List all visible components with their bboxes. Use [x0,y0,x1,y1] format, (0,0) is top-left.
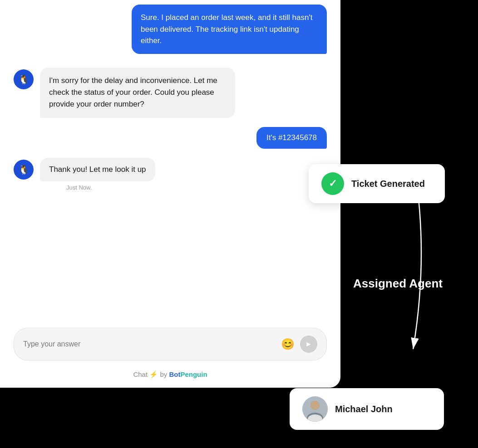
bot-avatar: 🐧 [14,69,34,89]
checkmark-icon: ✓ [329,178,337,190]
chat-footer: Chat ⚡ by BotPenguin [0,370,340,379]
brand-teal: Penguin [180,370,207,378]
chat-input-area: 😊 ► [14,328,327,360]
emoji-button[interactable]: 😊 [281,338,295,351]
send-button[interactable]: ► [300,336,317,353]
user-message-order-number: It's #12345678 [256,127,327,149]
chat-input[interactable] [23,340,276,348]
user-message-order-complaint: Sure. I placed an order last week, and i… [132,5,327,54]
ticket-label: Ticket Generated [351,179,425,189]
brand-blue: Bot [169,370,180,378]
bot-avatar-2: 🐧 [14,160,34,180]
bot-logo-icon: 🐧 [18,74,30,85]
ticket-generated-card: ✓ Ticket Generated [309,164,445,203]
bot-message-apology-row: 🐧 I'm sorry for the delay and inconvenie… [14,68,327,118]
chat-input-box: 😊 ► [14,328,327,360]
bot-message-thankyou-row: 🐧 Thank you! Let me look it up Just Now. [14,158,327,191]
agent-name: Michael John [335,404,393,414]
bot-apology-bubble: I'm sorry for the delay and inconvenienc… [40,68,235,118]
agent-avatar [302,396,328,422]
bot-thankyou-bubble: Thank you! Let me look it up [40,158,155,181]
chat-messages: Sure. I placed an order last week, and i… [0,0,340,200]
chat-panel: Sure. I placed an order last week, and i… [0,0,340,388]
bot-logo-icon-2: 🐧 [18,164,30,175]
svg-point-5 [310,401,320,410]
arrow-curve [381,186,454,358]
agent-card: Michael John [290,388,444,430]
ticket-check-circle: ✓ [321,172,344,195]
message-timestamp: Just Now. [66,184,155,191]
send-icon: ► [305,340,312,348]
bolt-icon: ⚡ [149,370,158,378]
